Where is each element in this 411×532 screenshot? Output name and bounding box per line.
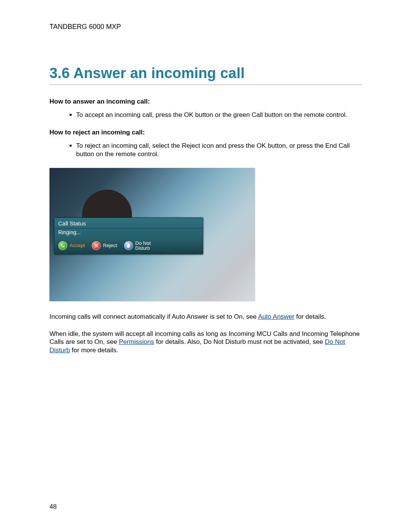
permissions-link[interactable]: Permissions	[119, 338, 154, 345]
section-title-text: Answer an incoming call	[73, 65, 245, 81]
paragraph-auto-answer: Incoming calls will connect automaticall…	[49, 313, 362, 321]
howto-reject-list: To reject an incoming call, select the R…	[49, 142, 362, 158]
section-number: 3.6	[49, 65, 70, 81]
howto-reject-heading: How to reject an incoming call:	[49, 129, 362, 136]
page-number: 48	[49, 503, 57, 511]
accept-label: Accept	[70, 243, 85, 248]
header-product: TANDBERG 6000 MXP	[49, 23, 362, 31]
dnd-label: Do Not Disturb	[135, 241, 151, 251]
list-item: To reject an incoming call, select the R…	[76, 142, 362, 158]
hand-icon	[124, 241, 133, 250]
call-status-value: Ringing...	[54, 228, 203, 238]
reject-icon	[92, 241, 101, 250]
incoming-call-figure: Call Status Ringing... Accept Reject	[49, 168, 255, 301]
list-item: To accept an incoming call, press the OK…	[76, 111, 362, 119]
section-title: 3.6 Answer an incoming call	[49, 65, 362, 81]
howto-answer-heading: How to answer an incoming call:	[49, 98, 362, 105]
para2-t2: for details. Also, Do Not Disturb must n…	[154, 338, 325, 345]
reject-button[interactable]: Reject	[92, 241, 117, 250]
section-rule	[49, 85, 362, 85]
dnd-label-line2: Disturb	[135, 246, 151, 251]
call-status-title: Call Status	[54, 218, 203, 228]
para1-post: for details.	[295, 313, 326, 320]
howto-answer-list: To accept an incoming call, press the OK…	[49, 111, 362, 119]
auto-answer-link[interactable]: Auto Answer	[258, 313, 294, 320]
accept-button[interactable]: Accept	[58, 241, 85, 250]
call-status-panel: Call Status Ringing... Accept Reject	[54, 217, 203, 254]
call-action-row: Accept Reject Do Not Disturb	[54, 238, 203, 254]
para2-t3: for more details.	[70, 347, 118, 354]
dnd-label-line1: Do Not	[135, 240, 151, 246]
reject-label: Reject	[103, 243, 117, 248]
accept-icon	[58, 241, 67, 250]
paragraph-permissions: When idle, the system will accept all in…	[49, 330, 362, 354]
do-not-disturb-button[interactable]: Do Not Disturb	[124, 241, 151, 251]
para1-pre: Incoming calls will connect automaticall…	[49, 313, 258, 320]
